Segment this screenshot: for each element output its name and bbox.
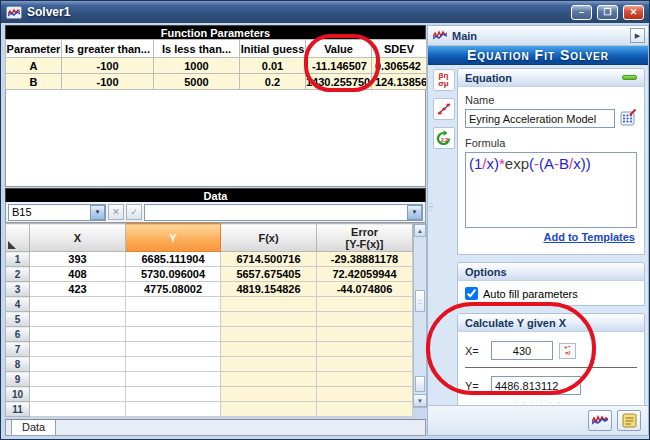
grid-cell[interactable] [30,342,126,357]
notes-button[interactable] [617,410,641,431]
grid-cell[interactable] [317,297,413,312]
auto-fill-checkbox[interactable] [465,287,478,300]
grid-row-header[interactable]: 10 [6,387,30,402]
scrollbar-gripper[interactable]: :: [415,290,425,312]
grid-col-header-f(x)[interactable]: F(x) [221,224,317,252]
param-cell[interactable]: B [6,74,62,90]
grid-cell[interactable] [126,402,221,417]
param-cell[interactable]: 1000 [154,58,240,74]
grid-cell[interactable] [30,312,126,327]
grid-cell[interactable]: 5657.675405 [221,267,317,282]
grid-cell[interactable] [126,342,221,357]
grid-row-header[interactable]: 1 [6,252,30,267]
grid-row-header[interactable]: 7 [6,342,30,357]
grid-cell[interactable] [126,357,221,372]
grid-row-header[interactable]: 3 [6,282,30,297]
grid-row-header[interactable]: 5 [6,312,30,327]
param-cell[interactable]: 0.306542 [372,58,427,74]
grid-cell[interactable] [30,357,126,372]
equation-builder-icon[interactable] [620,109,637,128]
fit-curve-tool-button[interactable] [433,98,455,120]
cellref-dropdown-icon[interactable]: ▼ [90,205,105,220]
grid-row-header[interactable]: 2 [6,267,30,282]
scroll-down-icon[interactable]: ▼ [413,394,427,407]
param-cell[interactable]: -100 [62,74,154,90]
param-cell[interactable]: 1430.255750 [306,74,372,90]
param-cell[interactable]: A [6,58,62,74]
grid-row-header[interactable]: 11 [6,402,30,417]
tab-data[interactable]: Data [11,420,56,436]
y-output[interactable] [491,376,581,395]
formula-dropdown-icon[interactable]: ▼ [407,205,422,220]
grid-cell[interactable] [317,342,413,357]
grid-cell[interactable]: 5730.096004 [126,267,221,282]
grid-cell[interactable]: 423 [30,282,126,297]
grid-cell[interactable] [30,387,126,402]
scroll-up-icon[interactable]: ▲ [414,224,426,237]
divider-gripper-icon[interactable]: :::: [429,203,433,211]
grid-cell[interactable] [126,372,221,387]
grid-cell[interactable] [317,402,413,417]
grid-cell[interactable]: 4819.154826 [221,282,317,297]
param-cell[interactable]: 0.2 [240,74,306,90]
grid-cell[interactable] [317,372,413,387]
grid-cell[interactable] [30,402,126,417]
grid-row-header[interactable]: 6 [6,327,30,342]
grid-cell[interactable] [221,327,317,342]
scrollbar-thumb[interactable] [415,376,425,392]
formula-edit-field[interactable]: ▼ [144,204,423,221]
grid-cell[interactable] [126,297,221,312]
grid-cell[interactable] [221,387,317,402]
grid-cell[interactable] [221,312,317,327]
select-all-corner[interactable] [6,224,30,252]
minimize-button[interactable]: – [571,5,592,20]
grid-cell[interactable] [126,387,221,402]
grid-cell[interactable] [221,402,317,417]
x-input[interactable] [491,341,553,360]
recalculate-tool-button[interactable]: 2.2 [433,127,455,149]
grid-cell[interactable] [317,327,413,342]
panel-splitter-handle[interactable]: . . . . . . [428,397,648,405]
parameters-tool-button[interactable]: βησμ [433,69,455,91]
grid-cell[interactable] [317,312,413,327]
param-cell[interactable]: -11.146507 [306,58,372,74]
grid-cell[interactable]: 6714.500716 [221,252,317,267]
grid-cell[interactable]: 393 [30,252,126,267]
recalc-operations-icon[interactable]: +− ×/ [559,343,576,359]
grid-cell[interactable]: -44.074806 [317,282,413,297]
param-cell[interactable]: 124.138567 [372,74,427,90]
grid-vertical-scrollbar[interactable]: ▲ :: ▼ [413,223,427,408]
fit-report-button[interactable] [588,410,612,431]
grid-col-header-y[interactable]: Y [126,224,221,252]
cell-reference-combo[interactable]: B15 ▼ [8,204,106,221]
grid-row-header[interactable]: 4 [6,297,30,312]
add-to-templates-link[interactable]: Add to Templates [544,231,635,243]
maximize-button[interactable]: ❐ [597,5,618,20]
grid-cell[interactable]: 408 [30,267,126,282]
title-bar[interactable]: Solver1 – ❐ ✕ [1,1,649,23]
confirm-edit-button[interactable]: ✓ [126,204,142,220]
grid-cell[interactable]: 72.42059944 [317,267,413,282]
grid-col-header-error[interactable]: Error[Y-F(x)] [317,224,413,252]
param-cell[interactable]: -100 [62,58,154,74]
grid-cell[interactable]: -29.38881178 [317,252,413,267]
panel-menu-arrow-icon[interactable]: ▶ [630,28,645,43]
grid-cell[interactable] [30,327,126,342]
formula-editor[interactable]: (1/x)*exp(-(A-B/x)) [465,152,637,228]
grid-cell[interactable]: 6685.111904 [126,252,221,267]
param-cell[interactable]: 0.01 [240,58,306,74]
grid-cell[interactable] [30,372,126,387]
grid-row-header[interactable]: 9 [6,372,30,387]
grid-cell[interactable] [221,297,317,312]
grid-cell[interactable] [221,342,317,357]
grid-col-header-x[interactable]: X [30,224,126,252]
grid-cell[interactable] [317,357,413,372]
param-cell[interactable]: 5000 [154,74,240,90]
equation-name-input[interactable] [465,109,615,128]
grid-cell[interactable]: 4775.08002 [126,282,221,297]
close-button[interactable]: ✕ [623,5,644,20]
grid-cell[interactable] [30,297,126,312]
grid-cell[interactable] [221,372,317,387]
grid-cell[interactable] [221,357,317,372]
grid-cell[interactable] [126,327,221,342]
